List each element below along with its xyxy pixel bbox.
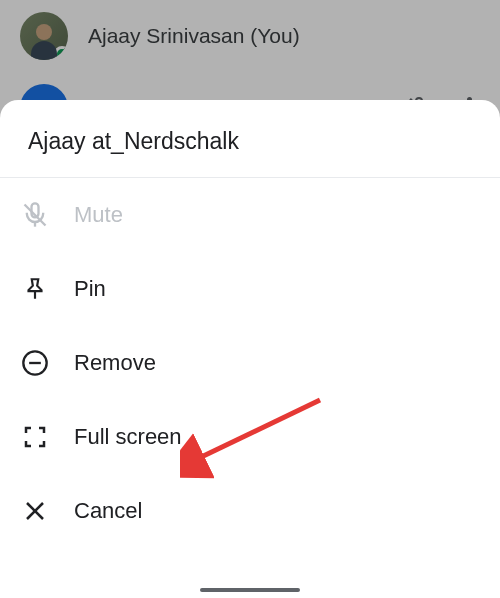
menu-label: Mute bbox=[74, 202, 123, 228]
pin-icon bbox=[20, 274, 50, 304]
menu-item-cancel[interactable]: Cancel bbox=[0, 474, 500, 548]
mute-icon bbox=[20, 200, 50, 230]
menu-label: Full screen bbox=[74, 424, 182, 450]
bottom-sheet: Ajaay at_Nerdschalk Mute Pin bbox=[0, 100, 500, 598]
remove-icon bbox=[20, 348, 50, 378]
menu-item-pin[interactable]: Pin bbox=[0, 252, 500, 326]
fullscreen-icon bbox=[20, 422, 50, 452]
menu-label: Remove bbox=[74, 350, 156, 376]
menu-label: Cancel bbox=[74, 498, 142, 524]
menu-item-remove[interactable]: Remove bbox=[0, 326, 500, 400]
sheet-title: Ajaay at_Nerdschalk bbox=[0, 100, 500, 178]
menu-item-fullscreen[interactable]: Full screen bbox=[0, 400, 500, 474]
menu-label: Pin bbox=[74, 276, 106, 302]
close-icon bbox=[20, 496, 50, 526]
menu-item-mute: Mute bbox=[0, 178, 500, 252]
gesture-handle[interactable] bbox=[200, 588, 300, 592]
